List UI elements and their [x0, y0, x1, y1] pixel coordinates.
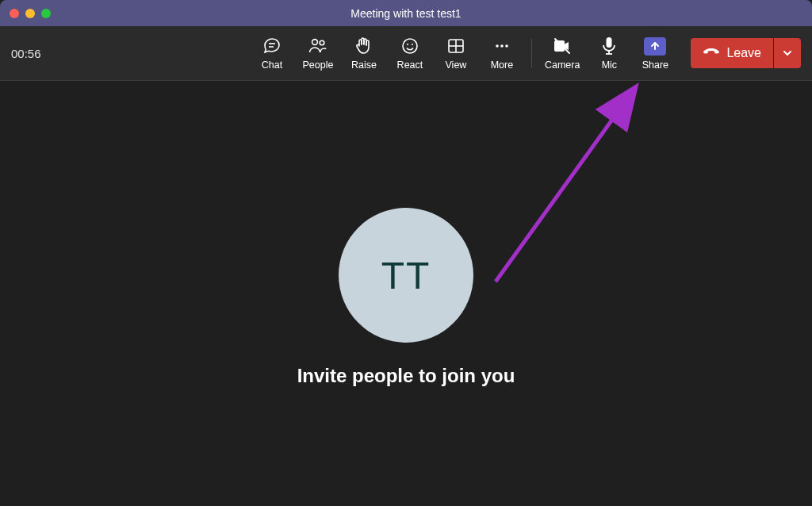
window-title: Meeting with test test1	[0, 7, 812, 20]
svg-point-10	[496, 44, 499, 48]
svg-point-5	[407, 44, 408, 45]
more-button[interactable]: More	[481, 29, 523, 77]
raise-hand-button[interactable]: Raise	[343, 29, 385, 77]
chevron-down-icon	[782, 48, 793, 59]
svg-point-2	[312, 40, 318, 45]
chat-button[interactable]: Chat	[251, 29, 293, 77]
people-button[interactable]: People	[297, 29, 339, 77]
raise-hand-icon	[354, 36, 373, 56]
meeting-toolbar: 00:56 Chat People	[0, 26, 812, 81]
ellipsis-icon	[492, 36, 511, 56]
svg-point-6	[412, 44, 413, 45]
leave-button-group: Leave	[691, 38, 801, 68]
svg-point-4	[403, 39, 417, 53]
chat-icon	[262, 36, 282, 56]
toolbar-separator	[531, 39, 532, 67]
chat-label: Chat	[262, 59, 282, 71]
svg-point-3	[320, 40, 324, 45]
react-label: React	[397, 59, 423, 71]
avatar-initials: TT	[381, 254, 431, 297]
participant-avatar: TT	[339, 208, 473, 343]
smile-icon	[400, 36, 419, 56]
mic-icon	[600, 36, 618, 56]
close-window-button[interactable]	[10, 9, 19, 18]
leave-button[interactable]: Leave	[691, 38, 773, 68]
raise-label: Raise	[351, 59, 377, 71]
call-timer: 00:56	[11, 47, 41, 60]
svg-rect-15	[607, 37, 612, 48]
leave-label: Leave	[726, 46, 761, 60]
window-titlebar: Meeting with test test1	[0, 0, 812, 26]
share-label: Share	[642, 59, 668, 71]
meeting-stage: TT Invite people to join you	[0, 81, 812, 506]
people-icon	[307, 36, 329, 56]
view-button[interactable]: View	[435, 29, 477, 77]
grid-icon	[446, 36, 465, 56]
share-button[interactable]: Share	[634, 29, 676, 77]
people-label: People	[302, 59, 333, 71]
camera-button[interactable]: Camera	[540, 29, 584, 77]
camera-off-icon	[551, 36, 573, 56]
svg-point-12	[505, 44, 508, 48]
hangup-icon	[703, 45, 720, 61]
invite-prompt: Invite people to join you	[297, 365, 515, 387]
mic-button[interactable]: Mic	[588, 29, 630, 77]
leave-options-button[interactable]	[774, 38, 801, 68]
view-label: View	[446, 59, 467, 71]
camera-label: Camera	[545, 59, 580, 71]
maximize-window-button[interactable]	[41, 9, 51, 18]
share-screen-icon	[644, 36, 666, 56]
window-controls	[0, 9, 51, 18]
react-button[interactable]: React	[389, 29, 431, 77]
mic-label: Mic	[602, 59, 617, 71]
more-label: More	[491, 59, 513, 71]
minimize-window-button[interactable]	[25, 9, 35, 18]
svg-point-11	[500, 44, 504, 48]
svg-line-20	[496, 89, 634, 282]
